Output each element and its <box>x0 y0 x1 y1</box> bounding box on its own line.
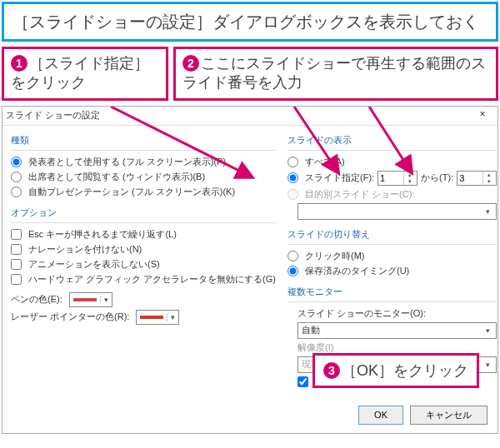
to-label: から(T): <box>421 172 453 184</box>
callout-1-number: 1 <box>11 55 28 72</box>
chevron-down-icon: ▾ <box>481 207 494 216</box>
group-show-title: スライドの表示 <box>288 134 497 147</box>
close-button[interactable]: × <box>471 108 494 123</box>
custom-show-combo: ▾ <box>298 203 497 220</box>
radio-auto[interactable] <box>11 187 22 197</box>
check-narration[interactable] <box>11 244 22 255</box>
radio-click-label: クリック時(M) <box>305 250 365 262</box>
radio-presenter[interactable] <box>11 157 22 167</box>
radio-all-label: すべて(A) <box>305 156 345 168</box>
check-animation-label: アニメーションを表示しない(S) <box>28 258 160 271</box>
radio-timing-label: 保存済みのタイミング(U) <box>305 265 409 277</box>
dialog-title: スライド ショーの設定 <box>6 109 100 122</box>
pen-color-combo[interactable]: ▾ <box>69 292 112 307</box>
dialog-titlebar: スライド ショーの設定 × <box>2 107 498 126</box>
callout-2-text: ここにスライドショーで再生する範囲のスライド番号を入力 <box>182 55 486 91</box>
from-input[interactable] <box>378 172 403 185</box>
right-column: スライドの表示 すべて(A) スライド指定(F): ▲▼ から(T): ▲▼ 目… <box>288 131 497 391</box>
resolution-label: 解像度(I) <box>298 341 333 354</box>
to-spinbox[interactable]: ▲▼ <box>457 171 497 186</box>
check-animation[interactable] <box>11 259 22 270</box>
callout-2: 2ここにスライドショーで再生する範囲のスライド番号を入力 <box>173 47 498 101</box>
radio-range[interactable] <box>288 172 298 183</box>
callout-3-number: 3 <box>323 362 340 379</box>
group-type-title: 種類 <box>11 134 276 147</box>
ok-button[interactable]: OK <box>358 406 403 425</box>
laser-color-label: レーザー ポインターの色(R): <box>11 311 129 323</box>
chevron-down-icon: ▾ <box>100 296 112 304</box>
callout-1: 1［スライド指定］をクリック <box>2 47 168 101</box>
callout-1-text: ［スライド指定］をクリック <box>11 55 149 91</box>
monitor-combo[interactable]: 自動▾ <box>298 322 497 339</box>
radio-range-label: スライド指定(F): <box>305 172 374 184</box>
from-spinbox[interactable]: ▲▼ <box>378 171 418 186</box>
monitor-value: 自動 <box>302 324 320 336</box>
group-option-title: オプション <box>11 207 276 219</box>
radio-all[interactable] <box>288 157 298 167</box>
radio-auto-label: 自動プレゼンテーション (フル スクリーン表示)(K) <box>28 186 235 198</box>
check-esc[interactable] <box>11 229 22 240</box>
to-input[interactable] <box>458 172 482 185</box>
spin-down-icon[interactable]: ▼ <box>404 178 415 185</box>
chevron-down-icon: ▾ <box>481 326 494 335</box>
callout-3: 3［OK］をクリック <box>312 353 479 388</box>
laser-color-combo[interactable]: ▾ <box>136 310 179 325</box>
spin-down-icon[interactable]: ▼ <box>483 178 494 185</box>
radio-presenter-label: 発表者として使用する (フル スクリーン表示)(P) <box>28 156 226 168</box>
instruction-banner: ［スライドショーの設定］ダイアログボックスを表示しておく <box>2 2 498 42</box>
check-esc-label: Esc キーが押されるまで繰り返す(L) <box>28 228 177 241</box>
radio-timing[interactable] <box>288 266 298 276</box>
spin-up-icon[interactable]: ▲ <box>483 172 494 178</box>
pen-color-label: ペンの色(E): <box>11 293 62 306</box>
cancel-button[interactable]: キャンセル <box>410 406 488 425</box>
spin-up-icon[interactable]: ▲ <box>404 172 415 178</box>
group-monitor-title: 複数モニター <box>288 286 497 298</box>
left-column: 種類 発表者として使用する (フル スクリーン表示)(P) 出席者として閲覧する… <box>11 131 276 391</box>
radio-custom <box>288 189 298 200</box>
check-hwaccel-label: ハードウェア グラフィック アクセラレータを無効にする(G) <box>28 273 276 286</box>
chevron-down-icon: ▾ <box>481 361 494 369</box>
radio-browse-label: 出席者として閲覧する (ウィンドウ表示)(B) <box>28 171 205 183</box>
dialog: スライド ショーの設定 × 種類 発表者として使用する (フル スクリーン表示)… <box>2 106 498 434</box>
radio-custom-label: 目的別スライド ショー(C): <box>305 188 414 201</box>
group-advance-title: スライドの切り替え <box>288 228 497 241</box>
radio-click[interactable] <box>288 251 298 261</box>
dialog-buttons: OK キャンセル <box>2 399 498 433</box>
radio-browse[interactable] <box>11 172 22 182</box>
chevron-down-icon: ▾ <box>167 313 178 321</box>
check-narration-label: ナレーションを付けない(N) <box>28 243 142 256</box>
callout-3-text: ［OK］をクリック <box>342 362 468 379</box>
callouts-row: 1［スライド指定］をクリック 2ここにスライドショーで再生する範囲のスライド番号… <box>2 47 498 101</box>
callout-2-number: 2 <box>182 55 199 72</box>
check-presenter-view[interactable] <box>298 376 308 387</box>
monitor-label: スライド ショーのモニター(O): <box>298 307 426 320</box>
check-hwaccel[interactable] <box>11 274 22 285</box>
